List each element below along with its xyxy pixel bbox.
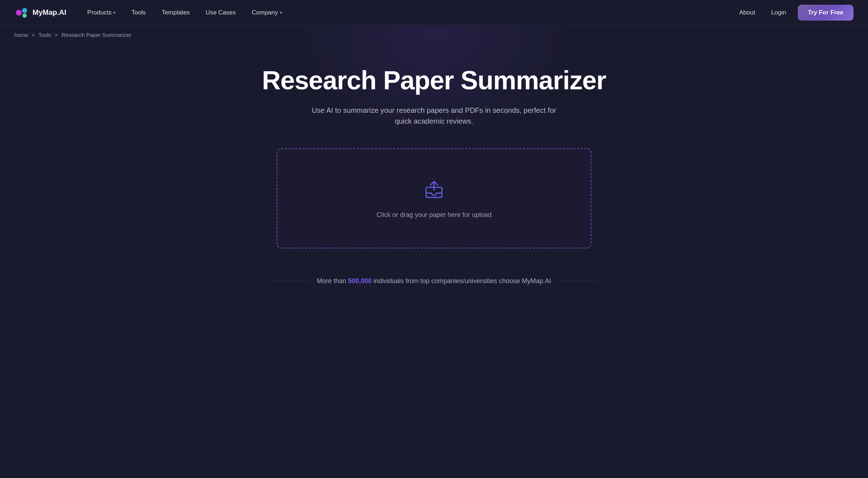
social-proof: More than 500,000 individuals from top c… — [271, 277, 597, 285]
nav-tools[interactable]: Tools — [125, 6, 152, 19]
breadcrumb-sep-1: > — [32, 32, 35, 38]
upload-prompt: Click or drag your paper here for upload — [376, 211, 492, 219]
logo-icon — [14, 5, 29, 20]
svg-point-0 — [16, 10, 22, 16]
social-proof-prefix: More than — [317, 277, 348, 285]
nav-right: About Login Try For Free — [735, 5, 854, 21]
main-content: Research Paper Summarizer Use AI to summ… — [0, 44, 868, 299]
breadcrumb-home[interactable]: home — [14, 32, 28, 38]
logo[interactable]: MyMap.AI — [14, 5, 66, 20]
upload-icon — [422, 178, 446, 201]
nav-products[interactable]: Products ▾ — [81, 6, 122, 19]
social-proof-suffix: individuals from top companies/universit… — [371, 277, 551, 285]
nav-links: Products ▾ Tools Templates Use Cases Com… — [81, 6, 735, 19]
navbar: MyMap.AI Products ▾ Tools Templates Use … — [0, 0, 868, 25]
breadcrumb-tools[interactable]: Tools — [38, 32, 51, 38]
page-subtitle: Use AI to summarize your research papers… — [307, 105, 561, 127]
social-proof-number: 500,000 — [348, 277, 371, 285]
nav-company[interactable]: Company ▾ — [245, 6, 289, 19]
nav-use-cases[interactable]: Use Cases — [199, 6, 242, 19]
social-proof-text: More than 500,000 individuals from top c… — [317, 277, 551, 285]
try-free-button[interactable]: Try For Free — [798, 5, 854, 21]
upload-icon-wrap — [422, 178, 446, 202]
page-title: Research Paper Summarizer — [262, 66, 606, 95]
breadcrumb-current-page: Research Paper Summarizer — [61, 32, 131, 38]
nav-login[interactable]: Login — [767, 6, 791, 19]
nav-about[interactable]: About — [735, 6, 760, 19]
products-chevron-icon: ▾ — [113, 10, 115, 15]
upload-area[interactable]: Click or drag your paper here for upload — [277, 148, 591, 248]
brand-name: MyMap.AI — [33, 8, 66, 17]
company-chevron-icon: ▾ — [280, 10, 282, 15]
divider-right — [558, 281, 597, 281]
breadcrumb-sep-2: > — [55, 32, 58, 38]
divider-left — [271, 281, 310, 281]
svg-point-1 — [22, 8, 27, 13]
svg-point-2 — [22, 13, 27, 18]
nav-templates[interactable]: Templates — [155, 6, 196, 19]
breadcrumb: home > Tools > Research Paper Summarizer — [0, 25, 868, 44]
